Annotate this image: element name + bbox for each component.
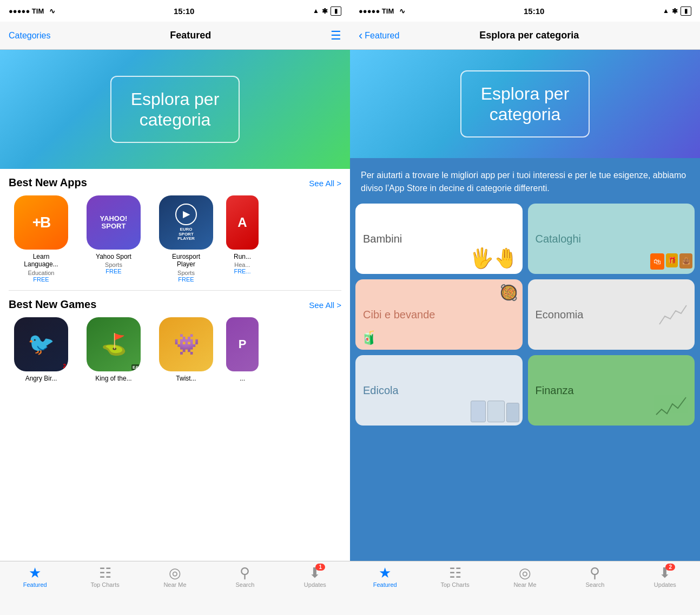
app-item-game4[interactable]: P ... bbox=[226, 317, 259, 383]
nav-bar-2: ‹ Featured Esplora per categoria bbox=[350, 22, 700, 50]
tab-search-icon-1: ⚲ bbox=[240, 566, 250, 580]
nav-categories-button[interactable]: Categories bbox=[9, 31, 50, 41]
app-icon-yahoo-sport: YAHOO!SPORT bbox=[87, 195, 141, 250]
tab-updates-badge-container-2: ⬇ 2 bbox=[659, 566, 671, 580]
app-item-twist[interactable]: 👾 Twist... bbox=[154, 317, 219, 383]
app-icon-learn-language: +B bbox=[14, 195, 68, 250]
status-right-2: ▲ ✱ ▮ bbox=[663, 6, 691, 16]
app-name-twist: Twist... bbox=[154, 375, 219, 382]
scroll-content-1[interactable]: Esplora percategoria Best New Apps See A… bbox=[0, 50, 350, 561]
cibi-deco-bottom: 🧃 bbox=[361, 330, 377, 345]
category-edicola[interactable]: Edicola bbox=[355, 355, 523, 426]
tab-search-1[interactable]: ⚲ Search bbox=[210, 566, 280, 588]
app-name-run: Run... bbox=[226, 253, 259, 260]
edicola-deco bbox=[471, 401, 519, 422]
app-item-run[interactable]: A Run... Hea... FRE... bbox=[226, 195, 259, 283]
nav-back-button[interactable]: ‹ Featured bbox=[359, 30, 399, 42]
carrier-2: ●●●●● TIM bbox=[359, 7, 394, 15]
best-new-apps-see-all[interactable]: See All > bbox=[309, 179, 341, 188]
app-item-learn-language[interactable]: +B LearnLanguage... Education FREE bbox=[9, 195, 74, 283]
app-name-angry-birds: Angry Bir... bbox=[9, 375, 74, 382]
cat-label-economia: Economia bbox=[536, 308, 584, 321]
category-economia[interactable]: Economia bbox=[528, 279, 695, 350]
tab-featured-icon-2: ★ bbox=[379, 566, 391, 580]
tab-featured-label-1: Featured bbox=[23, 581, 47, 588]
tab-featured-2[interactable]: ★ Featured bbox=[350, 566, 420, 588]
tab-search-2[interactable]: ⚲ Search bbox=[560, 566, 630, 588]
tab-near-me-icon-1: ◎ bbox=[169, 566, 181, 580]
economia-deco bbox=[657, 300, 689, 329]
app-sub-run: Hea... bbox=[234, 261, 250, 268]
tab-updates-badge-container-1: ⬇ 1 bbox=[309, 566, 321, 580]
nav-menu-button[interactable]: ☰ bbox=[331, 29, 341, 43]
app-icon-angry-birds: 🐦 2 bbox=[14, 317, 68, 371]
updates-badge-1: 1 bbox=[315, 564, 325, 571]
tab-updates-1[interactable]: ⬇ 1 Updates bbox=[280, 566, 350, 588]
tab-featured-1[interactable]: ★ Featured bbox=[0, 566, 70, 588]
category-cibi[interactable]: Cibi e bevande 🥘 🧃 bbox=[355, 279, 523, 350]
app-icon-pga: ⛳ EA bbox=[87, 317, 141, 371]
tab-near-me-icon-2: ◎ bbox=[519, 566, 531, 580]
best-new-games-title: Best New Games bbox=[9, 298, 96, 311]
tab-updates-label-1: Updates bbox=[304, 581, 326, 588]
updates-badge-2: 2 bbox=[665, 564, 675, 571]
app-icon-game4: P bbox=[226, 317, 259, 371]
best-new-apps-header: Best New Apps See All > bbox=[9, 176, 341, 189]
tab-updates-label-2: Updates bbox=[654, 581, 676, 588]
tab-top-charts-label-2: Top Charts bbox=[441, 581, 470, 588]
tab-top-charts-2[interactable]: ☷ Top Charts bbox=[420, 566, 490, 588]
hero-banner-2: Esplora percategoria bbox=[350, 50, 700, 158]
app-price-yahoo-sport: FREE bbox=[105, 268, 121, 274]
cat-label-cataloghi: Cataloghi bbox=[536, 232, 582, 245]
tab-near-me-label-1: Near Me bbox=[163, 581, 186, 588]
tab-bar-2: ★ Featured ☷ Top Charts ◎ Near Me ⚲ Sear… bbox=[350, 561, 700, 615]
hero-text-1: Esplora percategoria bbox=[131, 89, 220, 130]
tab-bar-1: ★ Featured ☷ Top Charts ◎ Near Me ⚲ Sear… bbox=[0, 561, 350, 615]
tab-featured-icon-1: ★ bbox=[29, 566, 41, 580]
app-item-angry-birds[interactable]: 🐦 2 Angry Bir... bbox=[9, 317, 74, 383]
app-item-yahoo-sport[interactable]: YAHOO!SPORT Yahoo Sport Sports FREE bbox=[81, 195, 146, 283]
cat-label-edicola: Edicola bbox=[363, 384, 399, 397]
tab-top-charts-label-1: Top Charts bbox=[91, 581, 120, 588]
tab-near-me-1[interactable]: ◎ Near Me bbox=[140, 566, 210, 588]
gps-icon-2: ▲ bbox=[663, 7, 669, 15]
nav-title-2: Esplora per categoria bbox=[479, 30, 579, 41]
cat-label-cibi: Cibi e bevande bbox=[363, 308, 435, 321]
status-left-1: ●●●●● TIM ∿ bbox=[9, 7, 55, 15]
category-bambini[interactable]: Bambini 🖐🤚 bbox=[355, 204, 523, 274]
category-cataloghi[interactable]: Cataloghi 🛍 🎁 👜 bbox=[528, 204, 695, 274]
app-item-eurosport[interactable]: ▶ EUROSPORTPLAYER EurosportPlayer Sports… bbox=[154, 195, 219, 283]
tab-search-label-1: Search bbox=[235, 581, 254, 588]
category-finanza[interactable]: Finanza bbox=[528, 355, 695, 426]
app-name-eurosport: EurosportPlayer bbox=[154, 253, 219, 269]
cibi-deco-top: 🥘 bbox=[499, 284, 518, 302]
best-new-games-header: Best New Games See All > bbox=[9, 298, 341, 311]
tab-near-me-label-2: Near Me bbox=[513, 581, 536, 588]
status-right-1: ▲ ✱ ▮ bbox=[313, 6, 341, 16]
gps-icon-1: ▲ bbox=[313, 7, 319, 15]
finanza-deco bbox=[653, 393, 691, 422]
nav-bar-1: Categories Featured ☰ bbox=[0, 22, 350, 50]
tab-near-me-2[interactable]: ◎ Near Me bbox=[490, 566, 560, 588]
nav-back-label: Featured bbox=[365, 31, 399, 41]
best-new-apps-row: +B LearnLanguage... Education FREE YAHOO… bbox=[9, 195, 341, 290]
best-new-games-see-all[interactable]: See All > bbox=[309, 300, 341, 310]
best-new-apps-section: Best New Apps See All > +B LearnLanguage… bbox=[0, 169, 350, 290]
tab-search-label-2: Search bbox=[585, 581, 604, 588]
app-price-run: FRE... bbox=[234, 268, 250, 274]
best-new-games-section: Best New Games See All > 🐦 2 Angry Bir..… bbox=[0, 291, 350, 391]
app-item-pga[interactable]: ⛳ EA King of the... bbox=[81, 317, 146, 383]
app-icon-run: A bbox=[226, 195, 259, 250]
app-price-eurosport: FREE bbox=[178, 276, 194, 283]
hero-banner-1[interactable]: Esplora percategoria bbox=[0, 50, 350, 169]
status-bar-2: ●●●●● TIM ∿ 15:10 ▲ ✱ ▮ bbox=[350, 0, 700, 22]
tab-top-charts-icon-1: ☷ bbox=[99, 566, 111, 580]
time-2: 15:10 bbox=[524, 6, 544, 16]
app-name-game4: ... bbox=[226, 375, 259, 382]
tab-updates-2[interactable]: ⬇ 2 Updates bbox=[630, 566, 700, 588]
tab-top-charts-1[interactable]: ☷ Top Charts bbox=[70, 566, 140, 588]
tab-search-icon-2: ⚲ bbox=[590, 566, 600, 580]
category-grid: Bambini 🖐🤚 Cataloghi 🛍 🎁 👜 Cibi e bevand… bbox=[350, 204, 700, 431]
app-price-learn-language: FREE bbox=[33, 276, 49, 283]
categories-content[interactable]: Esplora percategoria Per aiutarti a trov… bbox=[350, 50, 700, 561]
